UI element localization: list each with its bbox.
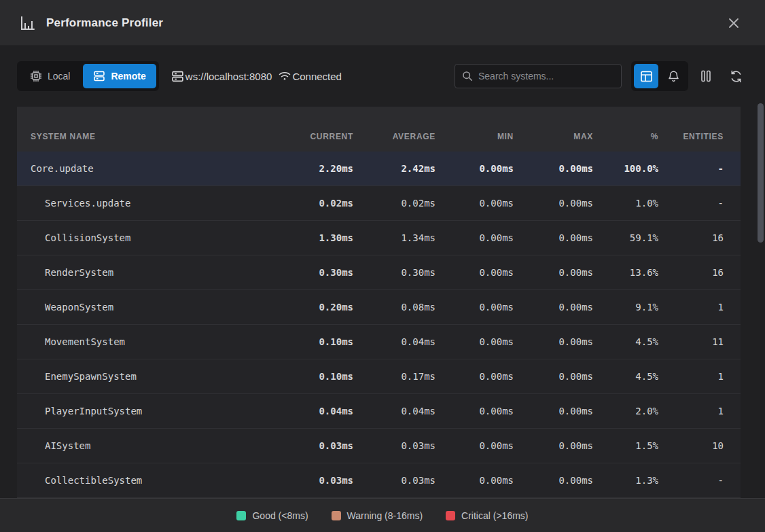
min-cell: 0.00ms bbox=[435, 440, 514, 451]
table-row[interactable]: EnemySpawnSystem 0.10ms 0.17ms 0.00ms 0.… bbox=[17, 359, 741, 394]
pct-cell: 9.1% bbox=[593, 302, 658, 313]
table-row[interactable]: CollisionSystem 1.30ms 1.34ms 0.00ms 0.0… bbox=[17, 221, 741, 255]
entities-cell: 1 bbox=[658, 406, 724, 416]
average-cell: 0.03ms bbox=[353, 440, 435, 451]
wifi-icon bbox=[279, 71, 291, 82]
min-cell: 0.00ms bbox=[435, 475, 514, 486]
pct-cell: 1.5% bbox=[593, 440, 658, 451]
legend: Good (<8ms) Warning (8-16ms) Critical (>… bbox=[0, 498, 765, 532]
pause-icon bbox=[700, 69, 712, 83]
average-cell: 0.03ms bbox=[353, 475, 435, 486]
entities-cell: 11 bbox=[658, 336, 724, 347]
system-name-cell: Services.update bbox=[31, 198, 285, 209]
max-cell: 0.00ms bbox=[514, 336, 593, 347]
max-cell: 0.00ms bbox=[514, 198, 593, 209]
table-row[interactable]: CollectibleSystem 0.03ms 0.03ms 0.00ms 0… bbox=[17, 463, 741, 498]
page-title: Performance Profiler bbox=[46, 16, 163, 30]
pct-cell: 4.5% bbox=[593, 371, 658, 382]
pct-cell: 13.6% bbox=[593, 267, 658, 278]
system-name-cell: RenderSystem bbox=[31, 267, 285, 278]
max-cell: 0.00ms bbox=[514, 475, 593, 486]
entities-cell: - bbox=[658, 198, 724, 209]
search-input[interactable] bbox=[478, 71, 614, 82]
legend-item: Warning (8-16ms) bbox=[332, 510, 423, 521]
entities-cell: 10 bbox=[658, 440, 724, 451]
average-cell: 2.42ms bbox=[353, 163, 435, 174]
table-row[interactable]: AISystem 0.03ms 0.03ms 0.00ms 0.00ms 1.5… bbox=[17, 429, 741, 463]
table-row[interactable]: PlayerInputSystem 0.04ms 0.04ms 0.00ms 0… bbox=[17, 394, 741, 429]
table-body: Core.update 2.20ms 2.42ms 0.00ms 0.00ms … bbox=[17, 152, 741, 498]
system-name-cell: CollectibleSystem bbox=[31, 475, 285, 486]
bar-chart-icon bbox=[20, 16, 35, 31]
title-bar: Performance Profiler bbox=[0, 0, 765, 46]
column-header-pct: % bbox=[593, 132, 658, 141]
current-cell: 0.20ms bbox=[285, 302, 353, 313]
system-name-cell: AISystem bbox=[31, 440, 285, 451]
column-header-max: MAX bbox=[514, 132, 593, 141]
toolbar: Local Remote ws://localhost:8080 bbox=[17, 60, 748, 92]
connection-status: Connected bbox=[292, 71, 342, 82]
systems-table: SYSTEM NAME CURRENT AVERAGE MIN MAX % EN… bbox=[17, 107, 741, 498]
refresh-button[interactable] bbox=[724, 64, 748, 88]
system-name-cell: CollisionSystem bbox=[31, 232, 285, 243]
pct-cell: 4.5% bbox=[593, 336, 658, 347]
table-row[interactable]: RenderSystem 0.30ms 0.30ms 0.00ms 0.00ms… bbox=[17, 255, 741, 290]
column-header-min: MIN bbox=[435, 132, 514, 141]
scrollbar-track[interactable] bbox=[758, 103, 764, 498]
table-row[interactable]: Services.update 0.02ms 0.02ms 0.00ms 0.0… bbox=[17, 186, 741, 221]
min-cell: 0.00ms bbox=[435, 406, 514, 416]
current-cell: 0.02ms bbox=[285, 198, 353, 209]
min-cell: 0.00ms bbox=[435, 302, 514, 313]
local-button[interactable]: Local bbox=[20, 64, 80, 88]
connection-url-group: ws://localhost:8080 bbox=[171, 70, 272, 83]
average-cell: 1.34ms bbox=[353, 232, 435, 243]
current-cell: 0.30ms bbox=[285, 267, 353, 278]
source-toggle: Local Remote bbox=[17, 61, 159, 91]
entities-cell: 16 bbox=[658, 267, 724, 278]
max-cell: 0.00ms bbox=[514, 371, 593, 382]
table-row[interactable]: Core.update 2.20ms 2.42ms 0.00ms 0.00ms … bbox=[17, 152, 741, 186]
scrollbar-thumb[interactable] bbox=[758, 103, 764, 243]
search-box bbox=[455, 64, 622, 88]
average-cell: 0.17ms bbox=[353, 371, 435, 382]
legend-label: Warning (8-16ms) bbox=[347, 510, 423, 521]
system-name-cell: MovementSystem bbox=[31, 336, 285, 347]
current-cell: 0.04ms bbox=[285, 406, 353, 416]
connection-status-group: Connected bbox=[279, 71, 342, 82]
table-row[interactable]: MovementSystem 0.10ms 0.04ms 0.00ms 0.00… bbox=[17, 325, 741, 359]
close-icon[interactable] bbox=[723, 12, 745, 34]
pct-cell: 2.0% bbox=[593, 406, 658, 416]
cpu-icon bbox=[30, 70, 42, 82]
legend-swatch bbox=[236, 511, 246, 520]
min-cell: 0.00ms bbox=[435, 232, 514, 243]
pct-cell: 100.0% bbox=[593, 163, 658, 174]
remote-button-label: Remote bbox=[111, 71, 145, 82]
table-row[interactable]: WeaponSystem 0.20ms 0.08ms 0.00ms 0.00ms… bbox=[17, 290, 741, 325]
system-name-cell: PlayerInputSystem bbox=[31, 406, 285, 416]
max-cell: 0.00ms bbox=[514, 232, 593, 243]
max-cell: 0.00ms bbox=[514, 163, 593, 174]
min-cell: 0.00ms bbox=[435, 163, 514, 174]
min-cell: 0.00ms bbox=[435, 371, 514, 382]
pause-button[interactable] bbox=[694, 64, 718, 88]
view-toggle-group bbox=[631, 61, 688, 91]
min-cell: 0.00ms bbox=[435, 336, 514, 347]
entities-cell: - bbox=[658, 163, 724, 174]
max-cell: 0.00ms bbox=[514, 267, 593, 278]
local-button-label: Local bbox=[48, 71, 70, 82]
bell-button[interactable] bbox=[661, 64, 686, 88]
bell-icon bbox=[667, 70, 680, 83]
system-name-cell: Core.update bbox=[31, 163, 285, 174]
remote-button[interactable]: Remote bbox=[83, 64, 156, 88]
table-view-icon bbox=[640, 70, 653, 83]
entities-cell: 16 bbox=[658, 232, 724, 243]
legend-label: Good (<8ms) bbox=[252, 510, 308, 521]
pct-cell: 59.1% bbox=[593, 232, 658, 243]
legend-swatch bbox=[332, 511, 341, 520]
current-cell: 0.10ms bbox=[285, 336, 353, 347]
system-name-cell: WeaponSystem bbox=[31, 302, 285, 313]
entities-cell: - bbox=[658, 475, 724, 486]
entities-cell: 1 bbox=[658, 371, 724, 382]
average-cell: 0.04ms bbox=[353, 406, 435, 416]
table-view-button[interactable] bbox=[634, 64, 658, 88]
